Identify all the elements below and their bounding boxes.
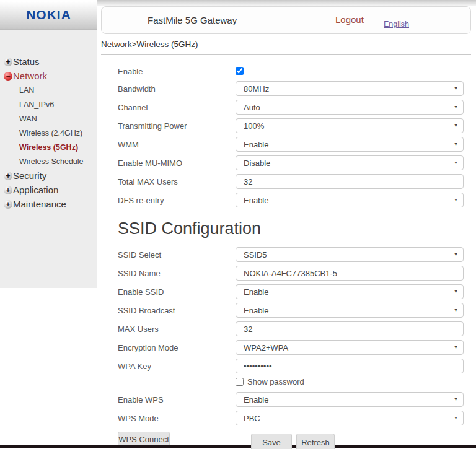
- field-label: Enable WPS: [101, 395, 236, 404]
- nokia-logo: NOKIA: [26, 7, 71, 22]
- form-row: SSID Name: [101, 264, 471, 282]
- dropdown-arrow-icon: ▼: [454, 252, 458, 256]
- field-label: Enable MU-MIMO: [101, 159, 236, 168]
- sidebar-item-lan-ipv6[interactable]: LAN_IPv6: [0, 97, 97, 111]
- form-row: SSID Broadcast Enable ▼: [101, 301, 471, 320]
- form-row: Enable WPS Enable ▼: [101, 390, 471, 409]
- show-password-row: Show password: [101, 377, 471, 387]
- wps-mode-select[interactable]: PBC ▼: [236, 411, 464, 425]
- dropdown-arrow-icon: ▼: [454, 160, 458, 165]
- ssid-broadcast-select[interactable]: Enable ▼: [236, 303, 464, 318]
- form-row: Transmitting Power 100% ▼: [101, 116, 471, 135]
- dropdown-arrow-icon: ▼: [454, 105, 458, 109]
- enable-wps-select[interactable]: Enable ▼: [236, 392, 464, 407]
- max-users-input[interactable]: [236, 321, 464, 336]
- page-title: FastMile 5G Gateway: [148, 15, 237, 25]
- logout-link[interactable]: Logout: [335, 14, 364, 25]
- ssid-form: SSID Select SSID5 ▼ SSID Name Enable SSI…: [101, 245, 471, 447]
- sidebar-item-wireless-24ghz[interactable]: Wireless (2.4GHz): [0, 126, 97, 140]
- footer-buttons: Save Refresh: [251, 434, 335, 449]
- show-password-label: Show password: [247, 377, 304, 386]
- transmitting-power-select[interactable]: 100% ▼: [236, 118, 464, 133]
- show-password-checkbox[interactable]: [236, 378, 244, 386]
- form-row: Enable SSID Enable ▼: [101, 282, 471, 301]
- sidebar-item-status[interactable]: + Status: [0, 54, 97, 69]
- field-label: SSID Broadcast: [101, 306, 236, 315]
- field-label: Transmitting Power: [101, 121, 236, 131]
- bottom-bar: [0, 445, 476, 448]
- form-row: Total MAX Users: [101, 172, 471, 191]
- breadcrumb: Network>Wireless (5GHz): [101, 40, 471, 50]
- form-row: Bandwidth 80MHz ▼: [101, 79, 471, 98]
- dropdown-arrow-icon: ▼: [454, 123, 458, 128]
- form-row: Encryption Mode WPA2+WPA ▼: [101, 338, 471, 357]
- ssid-configuration-heading: SSID Configuration: [101, 219, 471, 238]
- collapse-minus-icon[interactable]: −: [4, 72, 12, 81]
- field-label: WMM: [101, 140, 236, 149]
- field-label: Enable: [101, 67, 236, 76]
- dropdown-arrow-icon: ▼: [454, 416, 458, 420]
- dropdown-arrow-icon: ▼: [454, 397, 458, 401]
- total-max-users-input[interactable]: [236, 174, 464, 189]
- sidebar-item-lan[interactable]: LAN: [0, 83, 97, 97]
- sidebar-item-wireless-schedule[interactable]: Wireless Schedule: [0, 154, 97, 168]
- sidebar-item-wireless-5ghz[interactable]: Wireless (5GHz): [0, 140, 97, 154]
- wireless-form: Enable Bandwidth 80MHz ▼ Channel Auto: [101, 64, 471, 209]
- wpa-key-input[interactable]: [236, 359, 464, 373]
- ssid-name-input[interactable]: [236, 266, 464, 281]
- sidebar-item-security[interactable]: + Security: [0, 168, 97, 183]
- dropdown-arrow-icon: ▼: [454, 86, 458, 90]
- form-row: SSID Select SSID5 ▼: [101, 245, 471, 264]
- field-label: WPS Mode: [101, 414, 236, 423]
- form-row: MAX Users: [101, 320, 471, 338]
- field-label: Channel: [101, 103, 236, 112]
- save-button[interactable]: Save: [251, 434, 292, 449]
- page: NOKIA FastMile 5G Gateway Logout English…: [0, 0, 476, 449]
- field-label: SSID Select: [101, 250, 236, 259]
- field-label: Enable SSID: [101, 287, 236, 297]
- sidebar: + Status − Network LAN LAN_IPv6 WAN Wire…: [0, 30, 97, 288]
- field-label: Encryption Mode: [101, 343, 236, 352]
- form-row: WPS Mode PBC ▼: [101, 409, 471, 427]
- refresh-button[interactable]: Refresh: [296, 434, 335, 449]
- divider: [101, 54, 471, 55]
- expand-plus-icon[interactable]: +: [4, 58, 12, 66]
- language-link[interactable]: English: [384, 20, 409, 28]
- dfs-re-entry-select[interactable]: Enable ▼: [236, 193, 464, 207]
- dropdown-arrow-icon: ▼: [454, 142, 458, 146]
- form-row: Channel Auto ▼: [101, 98, 471, 116]
- expand-plus-icon[interactable]: +: [4, 200, 12, 209]
- field-label: WPA Key: [101, 362, 236, 371]
- form-row: WPA Key: [101, 357, 471, 375]
- brand-band: NOKIA: [0, 0, 97, 30]
- dropdown-arrow-icon: ▼: [454, 289, 458, 294]
- sidebar-item-network[interactable]: − Network: [0, 69, 97, 83]
- field-label: MAX Users: [101, 325, 236, 334]
- field-label: Bandwidth: [101, 84, 236, 94]
- form-row: Enable MU-MIMO Disable ▼: [101, 154, 471, 172]
- header: FastMile 5G Gateway Logout English: [101, 6, 471, 34]
- field-label: SSID Name: [101, 269, 236, 278]
- expand-plus-icon[interactable]: +: [4, 172, 12, 180]
- field-label: DFS re-entry: [101, 196, 236, 205]
- sidebar-item-application[interactable]: + Application: [0, 183, 97, 197]
- expand-plus-icon[interactable]: +: [4, 186, 12, 194]
- sidebar-item-maintenance[interactable]: + Maintenance: [0, 197, 97, 211]
- form-row: WMM Enable ▼: [101, 135, 471, 154]
- dropdown-arrow-icon: ▼: [454, 308, 458, 312]
- channel-select[interactable]: Auto ▼: [236, 100, 464, 115]
- sidebar-item-wan[interactable]: WAN: [0, 111, 97, 126]
- encryption-mode-select[interactable]: WPA2+WPA ▼: [236, 340, 464, 355]
- main-content: Network>Wireless (5GHz) Enable Bandwidth…: [101, 35, 471, 447]
- dropdown-arrow-icon: ▼: [454, 198, 458, 202]
- mu-mimo-select[interactable]: Disable ▼: [236, 155, 464, 170]
- enable-ssid-select[interactable]: Enable ▼: [236, 284, 464, 299]
- form-row: Enable: [101, 64, 471, 79]
- dropdown-arrow-icon: ▼: [454, 345, 458, 349]
- bandwidth-select[interactable]: 80MHz ▼: [236, 81, 464, 96]
- field-label: Total MAX Users: [101, 177, 236, 186]
- wmm-select[interactable]: Enable ▼: [236, 137, 464, 152]
- ssid-select[interactable]: SSID5 ▼: [236, 247, 464, 262]
- enable-checkbox[interactable]: [236, 67, 244, 75]
- form-row: DFS re-entry Enable ▼: [101, 191, 471, 209]
